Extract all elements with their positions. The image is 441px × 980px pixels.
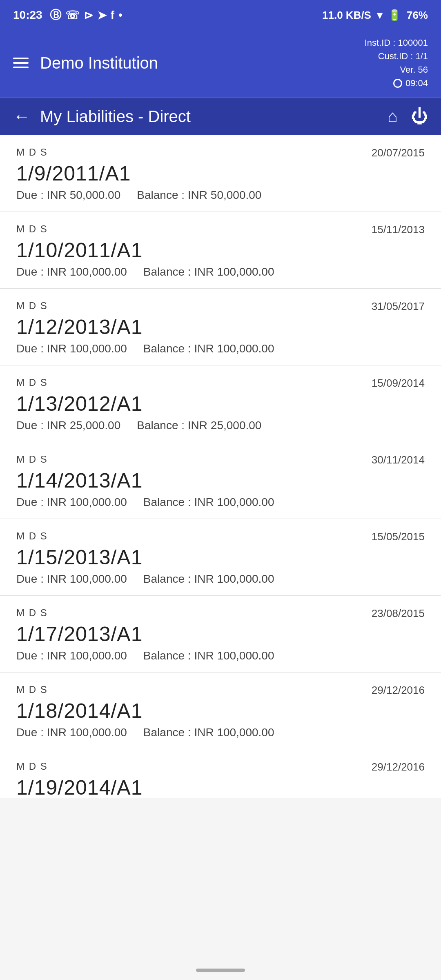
- item-header: M D S 30/11/2014: [16, 454, 425, 466]
- due-amount: INR 25,000.00: [47, 419, 121, 432]
- item-code: M D S: [16, 761, 48, 772]
- item-header: M D S 15/05/2015: [16, 530, 425, 543]
- time-row: 09:04: [365, 76, 428, 90]
- liability-item[interactable]: M D S 29/12/2016 1/18/2014/A1 Due : INR …: [0, 673, 441, 749]
- balance-label: Balance : INR 100,000.00: [143, 496, 274, 509]
- balance-label: Balance : INR 50,000.00: [137, 189, 261, 202]
- header-info: Inst.ID : 100001 Cust.ID : 1/1 Ver. 56 0…: [365, 36, 428, 90]
- header-left: Demo Institution: [13, 54, 158, 72]
- hamburger-line-1: [13, 58, 29, 59]
- status-bar: 10:23 Ⓑ ☏ ⊳ ➤ f • 11.0 KB/S ▾ 🔋 76%: [0, 0, 441, 29]
- due-label: Due : INR 100,000.00: [16, 265, 127, 278]
- item-header: M D S 15/11/2013: [16, 223, 425, 236]
- hamburger-menu[interactable]: [13, 58, 29, 68]
- item-code: M D S: [16, 377, 48, 388]
- nav-right: ⌂ ⏻: [388, 107, 428, 126]
- item-footer: Due : INR 100,000.00 Balance : INR 100,0…: [16, 265, 425, 278]
- icon-dot: •: [118, 9, 122, 22]
- item-header: M D S 29/12/2016: [16, 761, 425, 773]
- item-header: M D S 31/05/2017: [16, 300, 425, 313]
- item-header: M D S 23/08/2015: [16, 607, 425, 620]
- liability-item[interactable]: M D S 20/07/2015 1/9/2011/A1 Due : INR 5…: [0, 135, 441, 212]
- item-footer: Due : INR 100,000.00 Balance : INR 100,0…: [16, 572, 425, 586]
- balance-label: Balance : INR 100,000.00: [143, 572, 274, 586]
- due-label: Due : INR 25,000.00: [16, 419, 120, 432]
- item-date: 15/11/2013: [372, 223, 425, 236]
- nav-left: ← My Liabilities - Direct: [13, 107, 191, 126]
- status-time: 10:23: [13, 9, 42, 22]
- icon-facebook: f: [111, 9, 114, 22]
- item-id: 1/12/2013/A1: [16, 315, 425, 339]
- balance-label: Balance : INR 100,000.00: [143, 342, 274, 355]
- balance-amount: INR 25,000.00: [188, 419, 262, 432]
- item-code: M D S: [16, 223, 48, 235]
- hamburger-line-2: [13, 62, 29, 64]
- clock-icon: [393, 79, 402, 88]
- header-time: 09:04: [405, 76, 428, 90]
- item-id: 1/10/2011/A1: [16, 238, 425, 262]
- balance-amount: INR 100,000.00: [194, 342, 274, 355]
- liability-item[interactable]: M D S 30/11/2014 1/14/2013/A1 Due : INR …: [0, 442, 441, 519]
- item-footer: Due : INR 100,000.00 Balance : INR 100,0…: [16, 649, 425, 662]
- item-header: M D S 20/07/2015: [16, 147, 425, 159]
- liability-item[interactable]: M D S 15/09/2014 1/13/2012/A1 Due : INR …: [0, 365, 441, 442]
- status-bar-left: 10:23 Ⓑ ☏ ⊳ ➤ f •: [13, 7, 122, 23]
- cust-id: Cust.ID : 1/1: [365, 49, 428, 63]
- scroll-indicator: [196, 969, 245, 972]
- power-button[interactable]: ⏻: [411, 107, 428, 126]
- due-label: Due : INR 100,000.00: [16, 342, 127, 355]
- item-code: M D S: [16, 684, 48, 695]
- due-amount: INR 100,000.00: [47, 265, 127, 278]
- item-date: 15/05/2015: [372, 530, 425, 543]
- due-amount: INR 100,000.00: [47, 649, 127, 662]
- balance-amount: INR 100,000.00: [194, 496, 274, 508]
- battery-percent: 76%: [407, 9, 428, 22]
- item-footer: Due : INR 50,000.00 Balance : INR 50,000…: [16, 189, 425, 202]
- version: Ver. 56: [365, 63, 428, 76]
- liability-item[interactable]: M D S 15/05/2015 1/15/2013/A1 Due : INR …: [0, 519, 441, 596]
- item-id: 1/14/2013/A1: [16, 469, 425, 492]
- liability-item[interactable]: M D S 15/11/2013 1/10/2011/A1 Due : INR …: [0, 212, 441, 289]
- header-bar: Demo Institution Inst.ID : 100001 Cust.I…: [0, 29, 441, 98]
- due-label: Due : INR 100,000.00: [16, 726, 127, 739]
- balance-amount: INR 100,000.00: [194, 572, 274, 585]
- icon-location: ➤: [97, 9, 107, 22]
- liability-item[interactable]: M D S 29/12/2016 1/19/2014/A1 Due : INR …: [0, 749, 441, 798]
- item-footer: Due : INR 100,000.00 Balance : INR 100,0…: [16, 496, 425, 509]
- back-button[interactable]: ←: [13, 107, 30, 126]
- item-id: 1/13/2012/A1: [16, 392, 425, 416]
- item-footer: Due : INR 100,000.00 Balance : INR 100,0…: [16, 726, 425, 739]
- inst-id: Inst.ID : 100001: [365, 36, 428, 49]
- item-date: 30/11/2014: [372, 454, 425, 466]
- due-amount: INR 100,000.00: [47, 342, 127, 355]
- liability-item[interactable]: M D S 23/08/2015 1/17/2013/A1 Due : INR …: [0, 596, 441, 673]
- item-code: M D S: [16, 530, 48, 542]
- home-button[interactable]: ⌂: [388, 107, 398, 126]
- wifi-icon: ▾: [377, 9, 382, 22]
- balance-label: Balance : INR 100,000.00: [143, 649, 274, 662]
- item-id: 1/9/2011/A1: [16, 162, 425, 185]
- item-id: 1/17/2013/A1: [16, 622, 425, 646]
- due-amount: INR 100,000.00: [47, 572, 127, 585]
- status-bar-right: 11.0 KB/S ▾ 🔋 76%: [322, 9, 428, 22]
- item-header: M D S 15/09/2014: [16, 377, 425, 390]
- due-label: Due : INR 100,000.00: [16, 496, 127, 509]
- item-date: 31/05/2017: [372, 300, 425, 313]
- balance-label: Balance : INR 100,000.00: [143, 726, 274, 739]
- network-speed: 11.0 KB/S: [322, 9, 371, 22]
- due-label: Due : INR 100,000.00: [16, 649, 127, 662]
- item-date: 23/08/2015: [372, 607, 425, 620]
- item-date: 29/12/2016: [372, 761, 425, 773]
- due-amount: INR 100,000.00: [47, 496, 127, 508]
- item-id: 1/18/2014/A1: [16, 699, 425, 723]
- hamburger-line-3: [13, 67, 29, 68]
- item-date: 15/09/2014: [372, 377, 425, 390]
- nav-bar: ← My Liabilities - Direct ⌂ ⏻: [0, 98, 441, 135]
- balance-amount: INR 100,000.00: [194, 649, 274, 662]
- item-id: 1/15/2013/A1: [16, 546, 425, 569]
- item-footer: Due : INR 25,000.00 Balance : INR 25,000…: [16, 419, 425, 432]
- item-code: M D S: [16, 454, 48, 465]
- due-amount: INR 50,000.00: [47, 189, 121, 201]
- liability-item[interactable]: M D S 31/05/2017 1/12/2013/A1 Due : INR …: [0, 289, 441, 365]
- battery-icon: 🔋: [388, 9, 401, 22]
